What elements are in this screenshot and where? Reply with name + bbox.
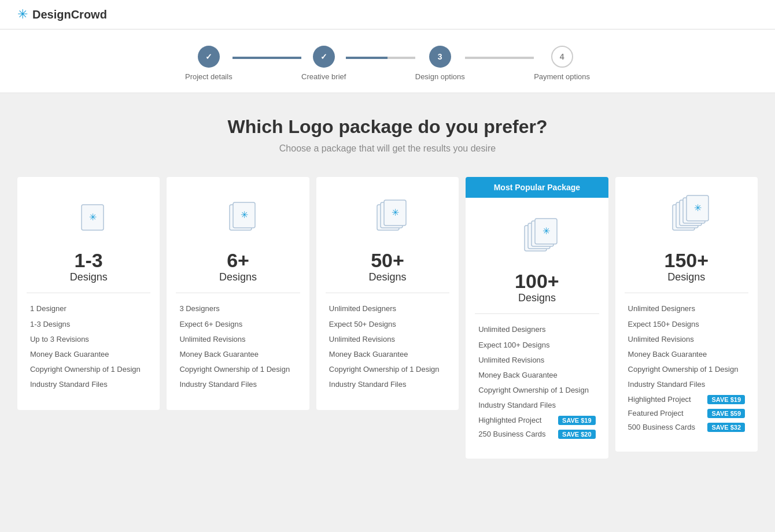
step-2: ✓ Creative brief: [301, 46, 346, 81]
step-line-3: [465, 57, 534, 59]
step-circle-1: ✓: [198, 46, 220, 68]
designs-label-premium: Designs: [625, 271, 748, 283]
save-badge: SAVE $19: [558, 416, 596, 425]
design-icon-starter: ✳: [176, 189, 300, 241]
svg-text:✳: ✳: [693, 203, 701, 213]
designs-count-popular: 100+: [475, 271, 599, 292]
feature-list-popular: Unlimited DesignersExpect 100+ DesignsUn…: [475, 322, 599, 413]
feature-item: Unlimited Designers: [628, 301, 745, 316]
feature-item: Money Back Guarantee: [478, 368, 595, 383]
package-card-premium[interactable]: ✳150+DesignsUnlimited DesignersExpect 15…: [615, 177, 758, 452]
designs-count-premium: 150+: [625, 250, 748, 271]
feature-item: Industry Standard Files: [329, 377, 446, 392]
package-card-standard[interactable]: ✳50+DesignsUnlimited DesignersExpect 50+…: [316, 177, 459, 410]
step-label-1: Project details: [185, 72, 232, 81]
step-line-1: [232, 57, 301, 59]
card-divider-basic: [27, 293, 150, 293]
badge-feature-row: Featured Project SAVE $59: [625, 407, 748, 420]
logo-text: DesignCrowd: [32, 8, 107, 21]
main-content: Which Logo package do you prefer? Choose…: [0, 93, 775, 482]
feature-item: Copyright Ownership of 1 Design: [478, 383, 595, 398]
step-label-4: Payment options: [534, 72, 590, 81]
feature-item: Up to 3 Revisions: [30, 332, 147, 347]
feature-item: Unlimited Revisions: [628, 332, 745, 347]
badge-feature-text: Highlighted Project: [478, 416, 541, 424]
feature-item: Money Back Guarantee: [30, 347, 147, 362]
feature-item: Industry Standard Files: [179, 377, 296, 392]
feature-list-premium: Unlimited DesignersExpect 150+ DesignsUn…: [625, 301, 748, 392]
designs-label-standard: Designs: [326, 271, 449, 283]
svg-text:✳: ✳: [542, 226, 550, 236]
feature-list-standard: Unlimited DesignersExpect 50+ DesignsUnl…: [326, 301, 449, 392]
feature-item: Unlimited Revisions: [179, 332, 296, 347]
feature-item: Expect 50+ Designs: [329, 317, 446, 332]
design-icon-standard: ✳: [326, 189, 449, 241]
step-label-3: Design options: [415, 72, 465, 81]
badge-feature-row: Highlighted Project SAVE $19: [475, 413, 599, 427]
designs-label-popular: Designs: [475, 292, 599, 304]
feature-item: Copyright Ownership of 1 Design: [179, 362, 296, 377]
steps-container: ✓ Project details ✓ Creative brief 3 Des…: [185, 46, 590, 81]
design-icon-basic: ✳: [27, 189, 150, 241]
save-badge: SAVE $32: [707, 423, 745, 432]
step-circle-4: 4: [551, 46, 573, 68]
badge-feature-text: Featured Project: [628, 409, 684, 418]
feature-item: Money Back Guarantee: [628, 347, 745, 362]
design-icon-premium: ✳: [625, 189, 748, 241]
step-4: 4 Payment options: [534, 46, 590, 81]
card-divider-starter: [176, 293, 300, 293]
page-subtitle: Choose a package that will get the resul…: [17, 143, 758, 154]
badge-feature-row: 500 Business Cards SAVE $32: [625, 420, 748, 434]
package-card-popular[interactable]: Most Popular Package✳100+DesignsUnlimite…: [466, 177, 608, 459]
feature-item: Industry Standard Files: [30, 377, 147, 392]
feature-item: Industry Standard Files: [478, 398, 595, 413]
save-badge: SAVE $59: [707, 409, 745, 418]
feature-item: Expect 150+ Designs: [628, 317, 745, 332]
svg-text:✳: ✳: [240, 210, 248, 220]
packages-grid: ✳1-3Designs1 Designer1-3 DesignsUp to 3 …: [17, 177, 758, 459]
designs-label-basic: Designs: [27, 271, 150, 283]
feature-item: 3 Designers: [179, 301, 296, 316]
badge-feature-text: 250 Business Cards: [478, 430, 545, 438]
step-line-2: [346, 57, 415, 59]
feature-item: Expect 100+ Designs: [478, 338, 595, 353]
step-label-2: Creative brief: [301, 72, 346, 81]
step-3: 3 Design options: [415, 46, 465, 81]
feature-item: Unlimited Designers: [329, 301, 446, 316]
feature-list-basic: 1 Designer1-3 DesignsUp to 3 RevisionsMo…: [27, 301, 150, 392]
feature-item: Copyright Ownership of 1 Design: [628, 362, 745, 377]
header: ✳ DesignCrowd: [0, 0, 775, 29]
feature-item: Expect 6+ Designs: [179, 317, 296, 332]
svg-text:✳: ✳: [89, 212, 97, 222]
feature-item: 1-3 Designs: [30, 317, 147, 332]
package-card-starter[interactable]: ✳6+Designs3 DesignersExpect 6+ DesignsUn…: [167, 177, 309, 410]
feature-item: Copyright Ownership of 1 Design: [329, 362, 446, 377]
designs-count-starter: 6+: [176, 250, 300, 271]
feature-item: Money Back Guarantee: [179, 347, 296, 362]
page-title: Which Logo package do you prefer?: [17, 116, 758, 138]
save-badge: SAVE $19: [707, 395, 745, 404]
step-1: ✓ Project details: [185, 46, 232, 81]
badge-feature-row: 250 Business Cards SAVE $20: [475, 427, 599, 441]
package-card-basic[interactable]: ✳1-3Designs1 Designer1-3 DesignsUp to 3 …: [17, 177, 160, 410]
feature-item: Unlimited Designers: [478, 322, 595, 337]
logo-icon: ✳: [17, 7, 28, 22]
svg-text:✳: ✳: [392, 208, 399, 217]
badge-feature-text: 500 Business Cards: [628, 423, 695, 431]
design-icon-popular: ✳: [475, 209, 599, 261]
card-divider-popular: [475, 313, 599, 314]
feature-list-starter: 3 DesignersExpect 6+ DesignsUnlimited Re…: [176, 301, 300, 392]
card-divider-premium: [625, 293, 748, 293]
progress-section: ✓ Project details ✓ Creative brief 3 Des…: [0, 29, 775, 93]
designs-count-basic: 1-3: [27, 250, 150, 271]
feature-item: 1 Designer: [30, 301, 147, 316]
feature-item: Copyright Ownership of 1 Design: [30, 362, 147, 377]
feature-item: Money Back Guarantee: [329, 347, 446, 362]
feature-item: Industry Standard Files: [628, 377, 745, 392]
badge-feature-text: Highlighted Project: [628, 395, 691, 404]
popular-badge: Most Popular Package: [466, 177, 608, 198]
step-circle-2: ✓: [313, 46, 335, 68]
designs-count-standard: 50+: [326, 250, 449, 271]
designs-label-starter: Designs: [176, 271, 300, 283]
feature-item: Unlimited Revisions: [329, 332, 446, 347]
